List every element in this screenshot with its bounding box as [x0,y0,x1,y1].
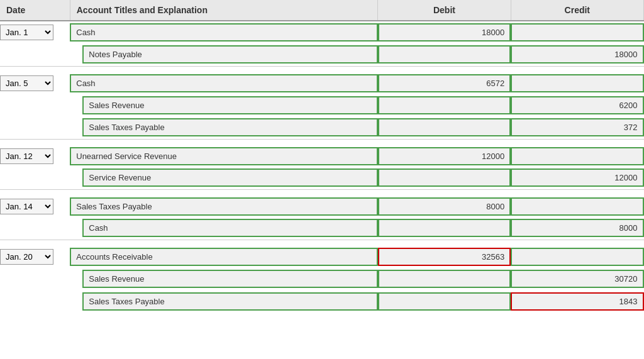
table-row [0,167,644,189]
account-cell [70,94,378,116]
account-cell [70,144,378,167]
date-select[interactable]: Jan. 1Jan. 5Jan. 12Jan. 14Jan. 20 [0,249,53,265]
date-select[interactable]: Jan. 1Jan. 5Jan. 12Jan. 14Jan. 20 [0,148,53,164]
account-cell [70,194,378,217]
account-cell [70,167,378,189]
debit-input[interactable] [378,118,511,136]
date-cell [0,167,70,189]
account-input[interactable] [82,168,378,187]
account-input[interactable] [70,23,378,41]
debit-cell [378,167,511,189]
date-select[interactable]: Jan. 1Jan. 5Jan. 12Jan. 14Jan. 20 [0,199,53,214]
header-account: Account Titles and Explanation [70,0,378,21]
account-input[interactable] [70,74,378,92]
date-select[interactable]: Jan. 1Jan. 5Jan. 12Jan. 14Jan. 20 [0,25,53,40]
debit-input[interactable] [378,219,511,237]
debit-input[interactable] [378,147,511,165]
account-input[interactable] [82,219,378,237]
date-cell [0,217,70,240]
date-cell [0,290,70,312]
debit-cell [378,245,511,267]
header-debit: Debit [378,0,511,21]
date-cell [0,267,70,290]
debit-input[interactable] [378,45,511,64]
credit-input[interactable] [511,45,643,64]
account-input[interactable] [82,96,378,114]
debit-cell [378,116,511,139]
credit-cell [511,94,643,116]
credit-input[interactable] [511,74,643,92]
credit-cell [511,116,643,139]
table-row [0,43,644,66]
spacer-row [0,139,644,144]
spacer-row [0,189,644,194]
credit-cell [511,21,643,43]
date-cell [0,43,70,66]
header-date: Date [0,0,70,21]
journal-table: Date Account Titles and Explanation Debi… [0,0,644,312]
credit-cell [511,217,643,240]
account-input[interactable] [70,197,378,216]
account-input[interactable] [70,147,378,165]
account-cell [70,267,378,290]
debit-cell [378,290,511,312]
debit-input[interactable] [378,168,511,187]
credit-cell [511,245,643,267]
table-row: Jan. 1Jan. 5Jan. 12Jan. 14Jan. 20 [0,194,644,217]
header-credit: Credit [511,0,643,21]
account-input[interactable] [82,270,378,288]
credit-input[interactable] [511,219,643,237]
credit-input[interactable] [511,23,643,41]
debit-cell [378,94,511,116]
account-cell [70,71,378,94]
date-select[interactable]: Jan. 1Jan. 5Jan. 12Jan. 14Jan. 20 [0,75,53,91]
spacer-row [0,66,644,71]
date-cell [0,116,70,139]
table-row [0,217,644,240]
debit-input[interactable] [378,248,511,266]
credit-input[interactable] [511,248,643,266]
table-header: Date Account Titles and Explanation Debi… [0,0,644,21]
credit-input[interactable] [511,197,643,216]
account-cell [70,290,378,312]
credit-cell [511,167,643,189]
credit-cell [511,43,643,66]
table-row: Jan. 1Jan. 5Jan. 12Jan. 14Jan. 20 [0,21,644,43]
credit-input[interactable] [511,96,643,114]
account-input[interactable] [82,45,378,64]
table-row [0,94,644,116]
credit-cell [511,290,643,312]
debit-cell [378,43,511,66]
debit-input[interactable] [378,270,511,288]
debit-input[interactable] [378,74,511,92]
account-cell [70,217,378,240]
account-input[interactable] [82,118,378,136]
debit-input[interactable] [378,292,511,311]
debit-input[interactable] [378,197,511,216]
credit-cell [511,71,643,94]
credit-input[interactable] [511,147,643,165]
table-row [0,116,644,139]
credit-input[interactable] [511,292,643,311]
credit-input[interactable] [511,270,643,288]
debit-input[interactable] [378,96,511,114]
account-cell [70,43,378,66]
table-row: Jan. 1Jan. 5Jan. 12Jan. 14Jan. 20 [0,71,644,94]
debit-cell [378,71,511,94]
table-row [0,290,644,312]
date-cell: Jan. 1Jan. 5Jan. 12Jan. 14Jan. 20 [0,144,70,167]
debit-cell [378,21,511,43]
account-input[interactable] [82,292,378,311]
credit-cell [511,144,643,167]
date-cell: Jan. 1Jan. 5Jan. 12Jan. 14Jan. 20 [0,71,70,94]
account-cell [70,245,378,267]
credit-cell [511,267,643,290]
debit-input[interactable] [378,23,511,41]
table-row: Jan. 1Jan. 5Jan. 12Jan. 14Jan. 20 [0,144,644,167]
credit-input[interactable] [511,118,643,136]
debit-cell [378,217,511,240]
credit-input[interactable] [511,168,643,187]
debit-cell [378,144,511,167]
table-row: Jan. 1Jan. 5Jan. 12Jan. 14Jan. 20 [0,245,644,267]
account-input[interactable] [70,248,378,266]
